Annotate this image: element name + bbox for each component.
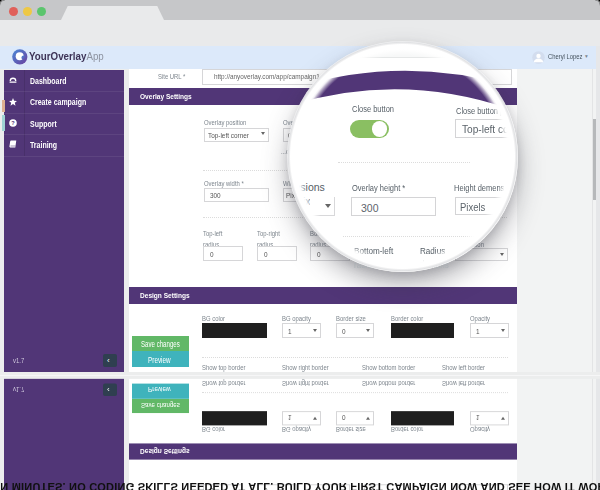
svg-text:?: ?: [11, 120, 15, 126]
